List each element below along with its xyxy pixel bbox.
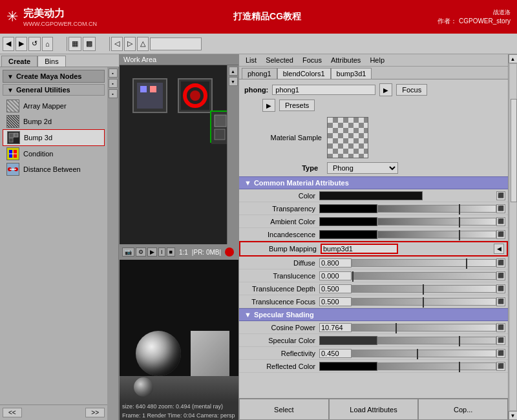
toolbar-path-input[interactable]: [150, 37, 202, 50]
work-area-with-sidebar: → ▲ ▼: [120, 65, 238, 244]
incandescence-swatch[interactable]: [319, 230, 377, 239]
render-camera-btn[interactable]: 📷: [122, 247, 134, 257]
translucence-focus-input[interactable]: [319, 297, 352, 306]
type-select[interactable]: Phong: [327, 162, 398, 174]
scroll-right-btn[interactable]: >>: [85, 408, 105, 417]
menu-help[interactable]: Help: [366, 56, 388, 65]
reflectivity-slider[interactable]: [352, 350, 496, 357]
tab-create[interactable]: Create: [1, 56, 37, 67]
reflectivity-connect-btn[interactable]: ⬛: [496, 349, 505, 358]
scroll-left-btn[interactable]: <<: [3, 408, 22, 417]
translucence-depth-input[interactable]: [319, 284, 352, 293]
scroll-track[interactable]: [509, 63, 517, 411]
bump-mapping-input[interactable]: [321, 244, 398, 254]
toolbar-nav1-btn[interactable]: ◁: [111, 37, 123, 51]
color-connect-btn[interactable]: ⬛: [496, 191, 505, 200]
node-item-array-mapper[interactable]: Array Mapper: [3, 98, 105, 114]
node-item-distance-between[interactable]: Distance Between: [3, 162, 105, 177]
copy-button[interactable]: Cop...: [418, 399, 508, 420]
reflectivity-label: Reflectivity: [242, 350, 319, 357]
transparency-connect-btn[interactable]: ⬛: [496, 204, 505, 213]
cosine-power-connect-btn[interactable]: ⬛: [496, 323, 505, 332]
tab-bump3d1[interactable]: bump3d1: [331, 68, 372, 79]
node-label-bump2d: Bump 2d: [23, 118, 52, 125]
diffuse-input[interactable]: [319, 258, 352, 268]
incandescence-connect-btn[interactable]: ⬛: [496, 230, 505, 239]
node-item-bump2d[interactable]: Bump 2d: [3, 114, 105, 129]
toolbar-back-btn[interactable]: ◀: [3, 37, 14, 51]
sidebar-icon-3[interactable]: ▪: [109, 89, 118, 98]
toolbar-home-btn[interactable]: ⌂: [42, 37, 53, 51]
translucence-depth-slider[interactable]: [352, 285, 496, 293]
color-swatch[interactable]: [319, 191, 423, 200]
phong-icon-btn-2[interactable]: ▶: [262, 99, 275, 112]
node-label-array-mapper: Array Mapper: [23, 102, 67, 110]
translucence-depth-connect-btn[interactable]: ⬛: [496, 284, 505, 293]
tab-phong1[interactable]: phong1: [242, 68, 277, 79]
load-attributes-button[interactable]: Load Attributes: [329, 399, 419, 420]
presets-button[interactable]: Presets: [279, 100, 315, 111]
toolbar-nav3-btn[interactable]: △: [137, 37, 149, 51]
ambient-swatch[interactable]: [319, 217, 377, 226]
ambient-slider[interactable]: [377, 218, 496, 226]
toolbar-grid-btn[interactable]: ▦: [69, 37, 81, 51]
reflected-color-connect-btn[interactable]: ⬛: [496, 362, 505, 371]
work-node-bump[interactable]: [210, 110, 227, 143]
center-sidebar-icon-down[interactable]: ▼: [229, 77, 238, 86]
menu-selected[interactable]: Selected: [262, 56, 297, 65]
reflectivity-input[interactable]: [319, 349, 352, 358]
logo-title: 完美动力: [23, 7, 97, 21]
scroll-up-btn[interactable]: ▲: [509, 54, 518, 63]
specular-color-swatch[interactable]: [319, 336, 377, 345]
select-button[interactable]: Select: [239, 399, 329, 420]
toolbar-reload-btn[interactable]: ↺: [28, 37, 41, 51]
reflected-color-slider[interactable]: [377, 362, 496, 370]
node-label-bump3d: Bump 3d: [24, 134, 52, 142]
diffuse-connect-btn[interactable]: ⬛: [496, 258, 505, 268]
toolbar-grid2-btn[interactable]: ▩: [83, 37, 96, 51]
menu-focus[interactable]: Focus: [299, 56, 326, 65]
scroll-down-btn[interactable]: ▼: [509, 411, 518, 420]
attr-row-reflectivity: Reflectivity ⬛: [239, 347, 508, 360]
node-item-condition[interactable]: Condition: [3, 146, 105, 162]
reflected-color-swatch[interactable]: [319, 362, 377, 371]
ambient-connect-btn[interactable]: ⬛: [496, 217, 505, 226]
translucence-focus-slider[interactable]: [352, 298, 496, 306]
transparency-slider[interactable]: [377, 205, 496, 213]
sidebar-icon-1[interactable]: ▪: [109, 68, 118, 78]
render-ipr-btn[interactable]: I: [158, 247, 165, 257]
work-node-spiral[interactable]: [178, 78, 213, 113]
specular-color-connect-btn[interactable]: ⬛: [496, 336, 505, 345]
translucence-depth-thumb: [423, 284, 424, 295]
transparency-swatch[interactable]: [319, 204, 377, 213]
phong-icon-btn-1[interactable]: ▶: [379, 83, 392, 96]
render-settings-btn[interactable]: ⚙: [136, 247, 146, 257]
translucence-connect-btn[interactable]: ⬛: [496, 271, 505, 280]
work-node-render[interactable]: [132, 78, 167, 113]
translucence-input[interactable]: [319, 271, 352, 280]
node-item-bump3d[interactable]: Bump 3d: [3, 129, 105, 146]
bump-connect-btn[interactable]: ◀: [494, 244, 504, 254]
translucence-focus-connect-btn[interactable]: ⬛: [496, 297, 505, 306]
sidebar-icon-2[interactable]: ▪: [109, 79, 118, 88]
cosine-power-input[interactable]: [319, 323, 352, 332]
material-preview-swatch: [327, 117, 368, 158]
render-play-btn[interactable]: ▶: [147, 247, 157, 257]
focus-button[interactable]: Focus: [396, 84, 427, 96]
toolbar-nav2-btn[interactable]: ▷: [124, 37, 136, 51]
translucence-slider[interactable]: [352, 272, 496, 280]
tab-bins[interactable]: Bins: [37, 56, 65, 67]
center-sidebar-icon-up[interactable]: ▲: [229, 67, 238, 76]
menu-list[interactable]: List: [242, 56, 260, 65]
condition-icon: [6, 147, 19, 160]
incandescence-slider[interactable]: [377, 231, 496, 238]
cosine-power-slider[interactable]: [352, 324, 496, 331]
left-panel-body: ▼ Create Maya Nodes ▼ General Utilities …: [0, 67, 119, 420]
phong-name-field[interactable]: [272, 85, 375, 95]
tab-blendcolors1[interactable]: blendColors1: [277, 68, 331, 79]
toolbar-fwd-btn[interactable]: ▶: [16, 37, 27, 51]
render-stop-btn[interactable]: ■: [167, 247, 175, 257]
specular-color-slider[interactable]: [377, 337, 496, 344]
menu-attributes[interactable]: Attributes: [327, 56, 364, 65]
diffuse-slider[interactable]: [352, 259, 496, 267]
